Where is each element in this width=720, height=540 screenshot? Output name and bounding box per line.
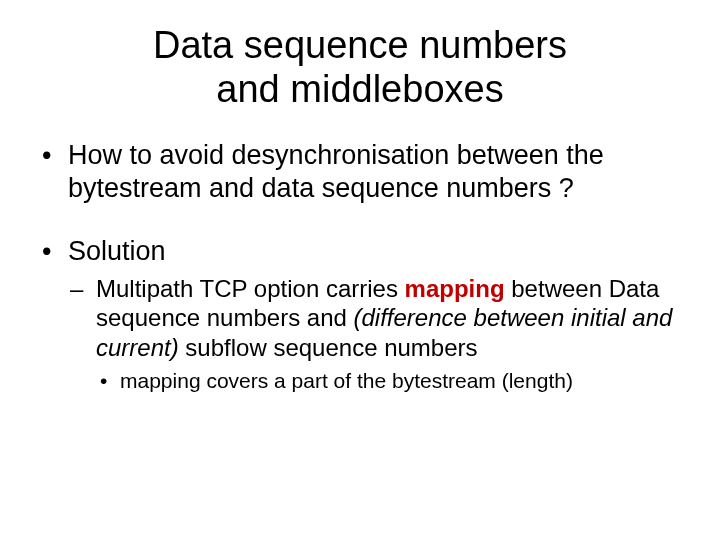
subsub-bullet-1-text: mapping covers a part of the bytestream … [120, 369, 573, 392]
sub-bullet-1: Multipath TCP option carries mapping bet… [68, 274, 680, 393]
sub-bullet-1-pre: Multipath TCP option carries [96, 275, 405, 302]
slide: Data sequence numbers and middleboxes Ho… [0, 0, 720, 540]
slide-title: Data sequence numbers and middleboxes [40, 24, 680, 111]
title-line-1: Data sequence numbers [153, 24, 567, 66]
bullet-2: Solution Multipath TCP option carries ma… [40, 235, 680, 393]
subsub-list: mapping covers a part of the bytestream … [96, 368, 680, 393]
bullet-2-label: Solution [68, 236, 166, 266]
sub-bullet-1-highlight: mapping [405, 275, 505, 302]
sub-bullet-1-mid2: subflow sequence numbers [179, 334, 478, 361]
bullet-1-text: How to avoid desynchronisation between t… [68, 140, 604, 203]
sub-list: Multipath TCP option carries mapping bet… [68, 274, 680, 393]
bullet-1: How to avoid desynchronisation between t… [40, 139, 680, 205]
subsub-bullet-1: mapping covers a part of the bytestream … [96, 368, 680, 393]
bullet-list: How to avoid desynchronisation between t… [40, 139, 680, 393]
title-line-2: and middleboxes [216, 68, 503, 110]
